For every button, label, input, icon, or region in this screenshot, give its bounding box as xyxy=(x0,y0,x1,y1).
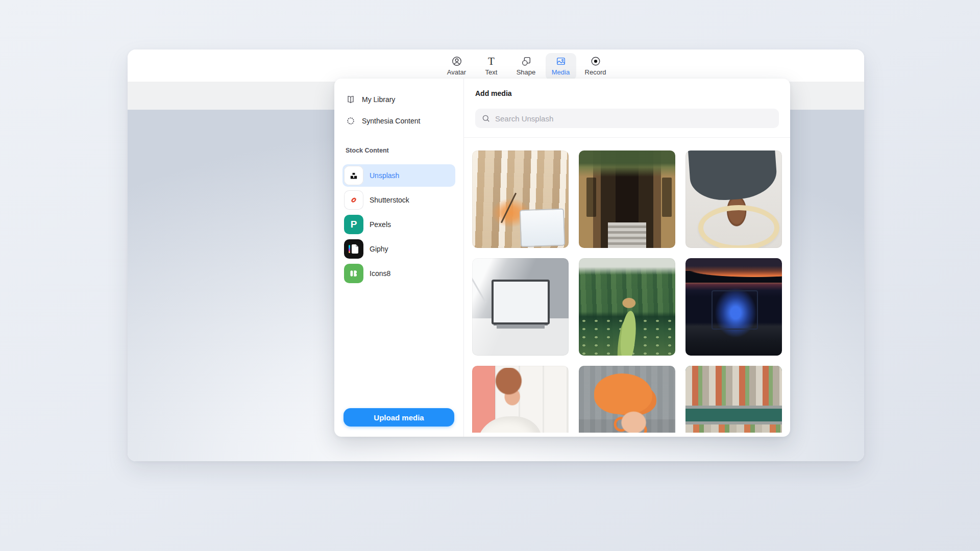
stock-item-label: Shutterstock xyxy=(370,196,409,204)
search-bar[interactable] xyxy=(475,109,779,128)
sidebar-item-label: My Library xyxy=(362,95,395,104)
sidebar-item-my-library[interactable]: My Library xyxy=(342,90,455,109)
tab-shape[interactable]: Shape xyxy=(511,53,542,80)
stock-item-icons8[interactable]: Icons8 xyxy=(342,262,455,285)
search-icon xyxy=(481,114,491,123)
tab-label: Record xyxy=(585,68,606,76)
media-panel-content: Add media xyxy=(464,79,790,437)
tab-avatar[interactable]: Avatar xyxy=(442,53,472,80)
tab-label: Shape xyxy=(517,68,536,76)
sidebar-item-synthesia-content[interactable]: Synthesia Content xyxy=(342,111,455,131)
stock-content-header: Stock Content xyxy=(346,147,455,156)
avatar-icon xyxy=(451,56,462,67)
content-divider xyxy=(464,137,790,138)
toolbar-tabs: Avatar T Text Shape Media xyxy=(442,49,611,82)
photo-grid[interactable] xyxy=(472,151,782,433)
text-icon: T xyxy=(486,56,497,67)
tab-label: Text xyxy=(485,68,498,76)
stock-item-shutterstock[interactable]: Shutterstock xyxy=(342,189,455,211)
upload-media-button[interactable]: Upload media xyxy=(344,408,454,427)
tab-record[interactable]: Record xyxy=(580,53,611,80)
pexels-logo-icon: P xyxy=(344,215,363,234)
panel-title: Add media xyxy=(475,89,779,99)
stock-content-list: Unsplash Shutterstock P Pexels Giphy xyxy=(342,164,455,287)
stock-item-label: Pexels xyxy=(370,220,391,229)
sidebar-item-label: Synthesia Content xyxy=(362,117,420,125)
media-panel: My Library Synthesia Content Stock Conte… xyxy=(334,79,790,437)
photo-tile[interactable] xyxy=(472,151,569,248)
photo-tile[interactable] xyxy=(579,366,675,433)
tab-label: Avatar xyxy=(447,68,466,76)
photo-tile[interactable] xyxy=(472,258,569,356)
media-panel-sidebar: My Library Synthesia Content Stock Conte… xyxy=(334,79,464,437)
photo-tile[interactable] xyxy=(685,258,782,356)
stock-item-label: Icons8 xyxy=(370,269,390,278)
giphy-logo-icon xyxy=(344,239,363,259)
stock-item-pexels[interactable]: P Pexels xyxy=(342,213,455,236)
photo-tile[interactable] xyxy=(579,151,675,248)
stock-item-unsplash[interactable]: Unsplash xyxy=(342,164,455,187)
tab-text[interactable]: T Text xyxy=(476,53,507,80)
search-input[interactable] xyxy=(495,114,773,123)
shape-icon xyxy=(521,56,532,67)
insert-toolbar: Avatar T Text Shape Media xyxy=(128,49,864,82)
record-icon xyxy=(590,56,601,67)
tab-media[interactable]: Media xyxy=(546,53,576,80)
photo-tile[interactable] xyxy=(472,366,569,433)
unsplash-logo-icon xyxy=(344,166,363,185)
stock-item-label: Unsplash xyxy=(370,171,399,180)
stock-item-giphy[interactable]: Giphy xyxy=(342,238,455,260)
photo-tile[interactable] xyxy=(579,258,675,356)
synthesia-logo-icon xyxy=(346,116,356,126)
photo-tile[interactable] xyxy=(685,366,782,433)
stock-item-label: Giphy xyxy=(370,245,388,253)
tab-label: Media xyxy=(552,68,570,76)
book-icon xyxy=(346,94,356,105)
media-icon xyxy=(555,56,567,67)
photo-tile[interactable] xyxy=(685,151,782,248)
icons8-logo-icon xyxy=(344,264,363,283)
shutterstock-logo-icon xyxy=(344,190,363,210)
